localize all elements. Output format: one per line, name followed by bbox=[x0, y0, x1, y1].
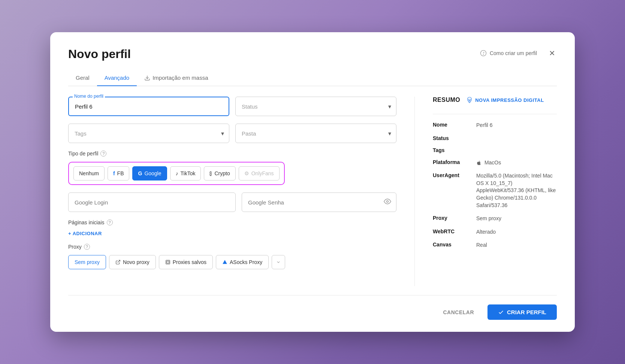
profile-name-group: Nome do perfil bbox=[68, 97, 229, 116]
summary-panel: RESUMO NOVA IMPRESSÃO DIGITAL Nome bbox=[414, 97, 557, 286]
status-select[interactable]: Status bbox=[235, 97, 396, 116]
google-senha-wrapper bbox=[242, 192, 396, 212]
tab-bar: Geral Avançado Importação em massa bbox=[68, 70, 557, 86]
proxy-btn-novo-proxy[interactable]: Novo proxy bbox=[109, 255, 156, 269]
help-icon bbox=[480, 50, 487, 57]
google-login-input[interactable] bbox=[68, 192, 236, 212]
content-area: Nome do perfil Status Tags bbox=[68, 97, 557, 286]
type-btn-fb[interactable]: f FB bbox=[108, 166, 130, 181]
tags-wrapper: Tags bbox=[68, 124, 229, 143]
pages-section: Páginas iniciais ? + ADICIONAR bbox=[68, 219, 396, 236]
form-row-2: Tags Pasta bbox=[68, 124, 396, 143]
pages-label: Páginas iniciais ? bbox=[68, 219, 396, 225]
summary-row-proxy: Proxy Sem proxy bbox=[433, 215, 557, 222]
add-page-button[interactable]: + ADICIONAR bbox=[68, 231, 102, 236]
profile-type-help-icon[interactable]: ? bbox=[100, 151, 106, 157]
new-proxy-icon bbox=[115, 260, 121, 265]
help-link-text: Como criar um perfil bbox=[490, 50, 537, 56]
summary-row-plataforma: Plataforma MacOs bbox=[433, 159, 557, 167]
fb-icon: f bbox=[113, 170, 115, 176]
cancel-button[interactable]: CANCELAR bbox=[435, 305, 481, 320]
summary-title: RESUMO bbox=[433, 97, 460, 103]
apple-icon bbox=[476, 160, 481, 166]
proxy-dropdown-button[interactable] bbox=[272, 255, 285, 269]
tiktok-icon: ♪ bbox=[176, 170, 178, 176]
eye-icon[interactable] bbox=[384, 198, 391, 207]
proxy-help-icon[interactable]: ? bbox=[84, 244, 90, 250]
status-wrapper: Status bbox=[235, 97, 396, 116]
tab-geral[interactable]: Geral bbox=[68, 70, 97, 86]
fingerprint-button[interactable]: NOVA IMPRESSÃO DIGITAL bbox=[466, 97, 544, 103]
modal-header: Novo perfil Como criar um perfil ✕ bbox=[68, 47, 557, 61]
dropdown-arrow-icon bbox=[276, 260, 281, 264]
tab-importacao[interactable]: Importação em massa bbox=[137, 70, 215, 86]
summary-row-status: Status bbox=[433, 135, 557, 141]
proxy-label: Proxy ? bbox=[68, 244, 396, 250]
type-btn-tiktok[interactable]: ♪ TikTok bbox=[170, 166, 201, 181]
pasta-select[interactable]: Pasta bbox=[235, 124, 396, 143]
type-btn-google[interactable]: G Google bbox=[132, 166, 167, 181]
help-link[interactable]: Como criar um perfil bbox=[480, 50, 537, 57]
svg-marker-7 bbox=[223, 260, 227, 264]
summary-rows: Nome Perfil 6 Status Tags Plataforma bbox=[433, 122, 557, 249]
new-profile-modal: Novo perfil Como criar um perfil ✕ Geral… bbox=[50, 32, 575, 332]
tags-select[interactable]: Tags bbox=[68, 124, 229, 143]
close-button[interactable]: ✕ bbox=[547, 47, 557, 59]
proxy-buttons: Sem proxy Novo proxy bbox=[68, 255, 396, 269]
modal-footer: CANCELAR CRIAR PERFIL bbox=[68, 295, 557, 320]
onlyfans-icon: ⚙ bbox=[244, 170, 249, 176]
google-senha-input[interactable] bbox=[242, 192, 396, 212]
proxy-btn-asocks[interactable]: ASocks Proxy bbox=[216, 255, 269, 269]
form-row-1: Nome do perfil Status bbox=[68, 97, 396, 116]
proxy-btn-proxies-salvos[interactable]: Proxies salvos bbox=[159, 255, 213, 269]
summary-row-webrtc: WebRTC Alterado bbox=[433, 228, 557, 236]
form-section: Nome do perfil Status Tags bbox=[68, 97, 396, 286]
proxy-btn-sem-proxy[interactable]: Sem proxy bbox=[68, 255, 106, 269]
pasta-wrapper: Pasta bbox=[235, 124, 396, 143]
profile-type-group: Nenhum f FB G Google ♪ TikTok ₿ Crypto bbox=[68, 162, 285, 185]
crypto-icon: ₿ bbox=[209, 170, 212, 176]
credentials-row bbox=[68, 192, 396, 212]
profile-name-label: Nome do perfil bbox=[73, 94, 105, 99]
asocks-icon bbox=[222, 260, 227, 265]
svg-rect-5 bbox=[166, 260, 170, 264]
summary-header: RESUMO NOVA IMPRESSÃO DIGITAL bbox=[433, 97, 557, 103]
summary-row-tags: Tags bbox=[433, 147, 557, 153]
svg-rect-6 bbox=[167, 261, 169, 263]
summary-row-useragent: UserAgent Mozilla/5.0 (Macintosh; Intel … bbox=[433, 172, 557, 209]
header-right: Como criar um perfil ✕ bbox=[480, 47, 557, 59]
google-icon: G bbox=[138, 170, 142, 176]
summary-divider bbox=[433, 114, 557, 114]
fingerprint-icon bbox=[466, 97, 473, 103]
checkmark-icon bbox=[498, 309, 504, 315]
create-profile-button[interactable]: CRIAR PERFIL bbox=[487, 304, 557, 320]
profile-type-label: Tipo de perfil ? bbox=[68, 151, 396, 157]
download-icon bbox=[144, 75, 150, 81]
tab-avancado[interactable]: Avançado bbox=[97, 70, 137, 86]
svg-point-1 bbox=[483, 54, 484, 55]
type-btn-crypto[interactable]: ₿ Crypto bbox=[204, 166, 235, 181]
modal-title: Novo perfil bbox=[68, 47, 131, 61]
svg-line-4 bbox=[118, 260, 120, 263]
summary-row-canvas: Canvas Real bbox=[433, 242, 557, 249]
svg-point-3 bbox=[387, 201, 389, 203]
summary-row-nome: Nome Perfil 6 bbox=[433, 122, 557, 129]
type-btn-onlyfans[interactable]: ⚙ OnlyFans bbox=[239, 166, 280, 181]
saved-proxy-icon bbox=[165, 260, 170, 265]
type-btn-nenhum[interactable]: Nenhum bbox=[73, 166, 105, 181]
profile-name-input[interactable] bbox=[68, 97, 229, 116]
pages-help-icon[interactable]: ? bbox=[107, 219, 113, 225]
proxy-section: Proxy ? Sem proxy Novo proxy bbox=[68, 244, 396, 269]
